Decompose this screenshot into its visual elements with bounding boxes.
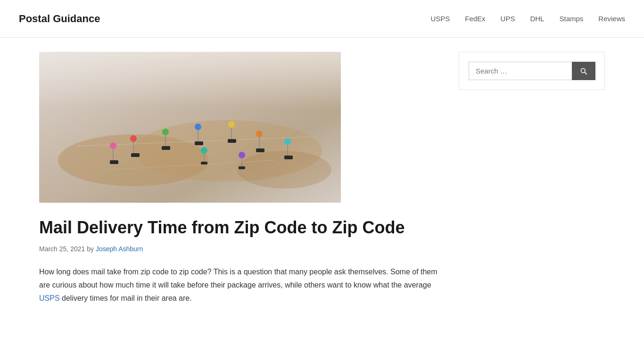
- nav-usps[interactable]: USPS: [430, 13, 450, 25]
- svg-line-35: [585, 72, 586, 74]
- article-date: March 25, 2021: [39, 245, 85, 253]
- article-featured-image: [39, 52, 341, 203]
- nav-fedex[interactable]: FedEx: [465, 13, 485, 25]
- svg-rect-33: [39, 52, 341, 108]
- svg-point-26: [284, 138, 291, 145]
- svg-rect-9: [228, 139, 236, 143]
- search-icon: [580, 67, 587, 75]
- svg-point-16: [162, 129, 169, 135]
- svg-rect-6: [131, 153, 140, 157]
- svg-rect-11: [110, 160, 118, 164]
- site-header: Postal Guidance USPS FedEx UPS DHL Stamp…: [0, 0, 644, 38]
- svg-point-32: [239, 152, 245, 158]
- nav-ups[interactable]: UPS: [501, 13, 515, 25]
- svg-rect-31: [239, 166, 245, 169]
- nav-reviews[interactable]: Reviews: [598, 13, 625, 25]
- svg-point-24: [110, 142, 116, 149]
- search-form: [469, 62, 595, 80]
- article-title: Mail Delivery Time from Zip Code to Zip …: [39, 217, 440, 238]
- article-by: by: [87, 245, 96, 253]
- main-content: Mail Delivery Time from Zip Code to Zip …: [39, 52, 440, 313]
- svg-point-22: [256, 131, 263, 137]
- main-nav: USPS FedEx UPS DHL Stamps Reviews: [430, 13, 625, 25]
- site-content: Mail Delivery Time from Zip Code to Zip …: [20, 38, 624, 327]
- svg-point-20: [228, 121, 235, 128]
- usps-link[interactable]: USPS: [39, 294, 60, 302]
- article-paragraph-1: How long does mail take from zip code to…: [39, 265, 440, 305]
- svg-rect-8: [195, 141, 203, 145]
- search-button[interactable]: [572, 62, 595, 80]
- svg-point-29: [201, 147, 207, 154]
- article-body: How long does mail take from zip code to…: [39, 265, 440, 305]
- svg-rect-12: [284, 156, 293, 159]
- site-logo[interactable]: Postal Guidance: [19, 10, 100, 27]
- nav-stamps[interactable]: Stamps: [559, 13, 583, 25]
- sidebar: [459, 52, 605, 313]
- svg-rect-28: [201, 162, 207, 165]
- nav-dhl[interactable]: DHL: [530, 13, 544, 25]
- search-widget: [459, 52, 605, 90]
- search-input[interactable]: [469, 62, 572, 80]
- article-meta: March 25, 2021 by Joseph Ashburn: [39, 244, 440, 254]
- svg-point-14: [130, 135, 137, 142]
- article-image-wrapper: [39, 52, 440, 203]
- svg-point-18: [195, 123, 201, 130]
- svg-rect-10: [256, 148, 264, 152]
- article-author[interactable]: Joseph Ashburn: [96, 245, 143, 253]
- svg-rect-7: [162, 146, 170, 150]
